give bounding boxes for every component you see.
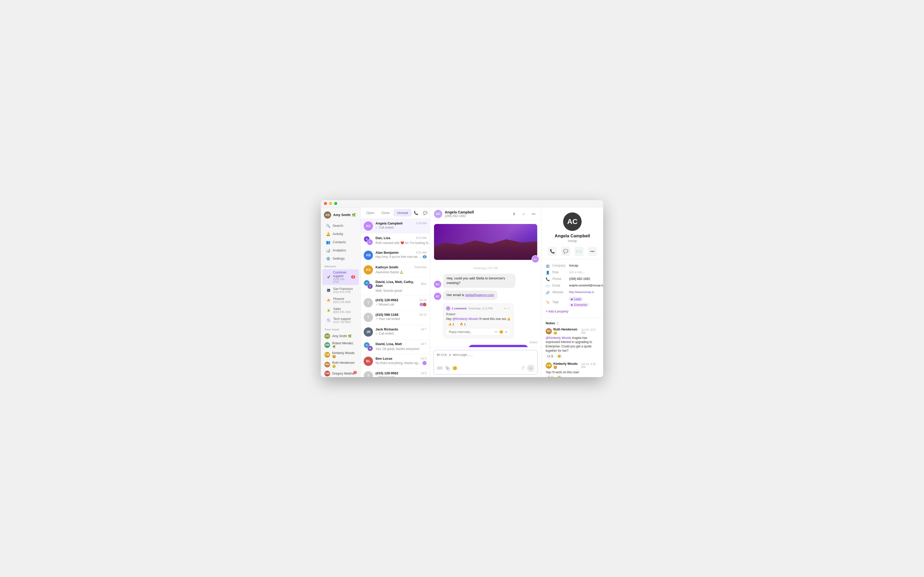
inbox-item-tech-support[interactable]: 🔧 Tech support (514) 705-8002 — [323, 316, 359, 325]
tab-unread[interactable]: Unread — [394, 210, 411, 216]
conversation-item-david-group[interactable]: D 2 David, Lisa, Matt, Cathy, Alan Mon M… — [361, 277, 430, 295]
settings-icon: ⚙️ — [326, 256, 330, 261]
inbox-item-phoenix[interactable]: 🔥 Phoenix (602) 154-9820 — [323, 295, 359, 305]
contact-chat-btn[interactable]: 💬 — [561, 247, 570, 256]
timer-icon-btn[interactable]: ⏱ — [521, 366, 525, 370]
attach-icon-btn[interactable]: 📎 — [445, 366, 450, 371]
sidebar-item-analytics[interactable]: 📊 Analytics — [323, 247, 359, 254]
email-icon: ✉️ — [546, 284, 550, 288]
contact-call-btn[interactable]: 📞 — [548, 247, 557, 256]
sidebar-item-contacts[interactable]: 👥 Contacts — [323, 239, 359, 246]
email-link[interactable]: stella@agency.com — [465, 293, 494, 297]
minimize-button[interactable] — [329, 202, 332, 205]
conv-content-ben: Ben Lucas Jul 5 No that's everything, th… — [376, 356, 427, 365]
format-icon-btn[interactable]: ⌨ — [437, 366, 442, 371]
conversation-item-jack[interactable]: JR Jack Richards Jul 7 ↙ Call ended — [361, 325, 430, 339]
gregory-badge: 1 — [353, 371, 357, 374]
conversation-item-alan[interactable]: AB Alan Benjamin 8:31 AM Hey Amy, if you… — [361, 248, 430, 263]
check-icon-btn[interactable]: ✓ — [520, 210, 527, 218]
conversation-item-dan-lisa[interactable]: D L Dan, Lisa 9:14 AM Ruth reacted with … — [361, 234, 430, 248]
conversation-item-phone3[interactable]: ? (415) 128-9562 Jul 5 ↙ Missed call — [361, 369, 430, 377]
sidebar-item-activity[interactable]: 🔔 Activity — [323, 230, 359, 238]
conv-preview-phone2: Your call ended — [379, 317, 400, 321]
conversation-tabs: Open Done Unread 📞 💬 — [361, 207, 430, 219]
conversation-item-angela[interactable]: AC Angela Campbell 9:26 AM ↙ Call ended — [361, 219, 430, 234]
reaction-count-1: 2 — [453, 323, 454, 326]
contacts-icon: 👥 — [326, 240, 330, 244]
conv-avatar-ben: BL — [364, 356, 373, 366]
hero-image-container: AC — [434, 224, 537, 261]
note-reaction-smile-1[interactable]: 😊 — [556, 354, 563, 358]
note-reactions-2: 🙏 1 😊 — [546, 376, 599, 377]
conversation-item-ben[interactable]: BL Ben Lucas Jul 5 No that's everything,… — [361, 354, 430, 369]
inbox-icon-sf: 🌉 — [326, 288, 331, 293]
add-property-label: + Add a property — [546, 309, 568, 313]
conv-avatar-phone2: ? — [364, 313, 373, 322]
reaction-fire[interactable]: 🔥 1 — [458, 322, 468, 327]
team-name-amy: Amy Smith 🌿 — [332, 334, 352, 338]
tag-enterprise[interactable]: Enterprise — [569, 303, 589, 307]
close-button[interactable] — [324, 202, 327, 205]
note-mention-kimberly: @Kimberly Woods — [546, 336, 571, 340]
website-value[interactable]: http://www.icecap.io — [569, 290, 594, 293]
emoji-icon-btn[interactable]: 😊 — [453, 366, 457, 371]
msg-avatar-angela-1: AC — [434, 280, 441, 288]
sidebar-item-search[interactable]: 🔍 Search — [323, 222, 359, 230]
thread-reply-submit[interactable]: ⊕ — [505, 330, 508, 334]
team-member-ruth[interactable]: RH Ruth Henderson 🥲 — [321, 360, 360, 369]
thread-reply-input[interactable] — [449, 330, 493, 334]
message-input[interactable] — [437, 353, 534, 362]
conv-time-phone3: Jul 5 — [421, 371, 427, 375]
thread-reactions: 👍 2 🔥 1 — [446, 322, 511, 327]
detail-company: 🏢 Company Icecap — [546, 263, 599, 269]
thread-check-btn[interactable]: ✓ — [508, 307, 511, 310]
inbox-item-san-francisco[interactable]: 🌉 San Francisco (415) 875-5783 — [323, 285, 359, 295]
inbox-icon-rocket: 🚀 — [326, 274, 331, 280]
note-reaction-pray[interactable]: 🙏 1 — [546, 376, 555, 377]
sidebar-nav-label-activity: Activity — [333, 232, 343, 236]
note-header-2: KW Kimberly Woods 🤩 Jul 23, 4:35 PM — [546, 362, 599, 369]
compose-icon-btn[interactable]: 💬 — [422, 210, 429, 216]
conversation-item-kathryn[interactable]: KS Kathryn Smith Yesterday Awesome thank… — [361, 263, 430, 277]
note-reaction-eyes[interactable]: 👀 1 — [546, 354, 555, 358]
conv-content-alan: Alan Benjamin 8:31 AM Hey Amy, if you're… — [376, 251, 427, 259]
conversation-item-david-matt[interactable]: D M David, Lisa, Matt Jul 7 You: Ok grea… — [361, 339, 430, 354]
team-member-gregory[interactable]: GM Gregory Medina 1 — [321, 369, 360, 377]
reaction-thumbsup[interactable]: 👍 2 — [446, 322, 456, 327]
thread-reply-more[interactable]: ••• — [494, 330, 498, 334]
add-property-button[interactable]: + Add a property — [546, 308, 599, 315]
phone-icon-btn[interactable]: 📞 — [413, 210, 420, 216]
inbox-name-phoenix: Phoenix — [333, 297, 351, 301]
team-member-kimberly[interactable]: KW Kimberly Woods 🤩 — [321, 350, 360, 360]
inbox-item-sales[interactable]: 💰 Sales (800) 676-7463 — [323, 306, 359, 315]
conv-avatar-phone1: ? — [364, 298, 373, 307]
conv-avatar-phone3: ? — [364, 371, 373, 377]
sidebar-item-settings[interactable]: ⚙️ Settings — [323, 255, 359, 263]
note-avatar-kimberly: KW — [546, 363, 552, 369]
conversation-item-phone2[interactable]: ? (415) 598-1168 Jul 12 ↗ Your call ende… — [361, 310, 430, 325]
landscape-rock — [434, 239, 537, 260]
conv-sub-avatar-matt: M — [367, 346, 373, 351]
conv-name-ben: Ben Lucas — [376, 356, 392, 361]
maximize-button[interactable] — [334, 202, 337, 205]
detail-website: 🔗 Website http://www.icecap.io — [546, 289, 599, 296]
tag-lead[interactable]: Lead — [569, 297, 583, 301]
app-window: AS Amy Smith 🌿 🔍 Search 🔔 Activity 👥 Con… — [321, 200, 603, 377]
inbox-item-customer-support[interactable]: 🚀 Customer support (628) 246-3765 2 — [323, 269, 359, 285]
tab-done[interactable]: Done — [379, 210, 393, 216]
more-icon-btn[interactable]: ••• — [530, 210, 537, 218]
conversation-item-phone1[interactable]: ? (415) 128-9562 Jul 12 ↙ Missed call — [361, 295, 430, 310]
team-member-robert[interactable]: RM Robert Mendez 🌴 — [321, 340, 360, 350]
share-icon-btn[interactable]: ⬆ — [511, 210, 518, 218]
contact-email-btn[interactable]: ✉️ — [574, 247, 584, 256]
thread-comment-count[interactable]: 1 comment — [452, 307, 467, 310]
tab-open[interactable]: Open — [363, 210, 377, 216]
conv-avatar-alan: AB — [364, 251, 373, 260]
note-reaction-smile-2[interactable]: 😊 — [556, 376, 563, 377]
thread-reply-emoji[interactable]: 😊 — [499, 330, 503, 334]
role-value[interactable]: Set a role... — [569, 271, 585, 274]
thread-more-btn[interactable]: ••• — [504, 307, 507, 310]
contact-more-btn[interactable]: ••• — [588, 247, 597, 256]
send-button[interactable]: ➤ — [527, 364, 534, 372]
team-member-amy[interactable]: AS Amy Smith 🌿 — [321, 332, 360, 340]
